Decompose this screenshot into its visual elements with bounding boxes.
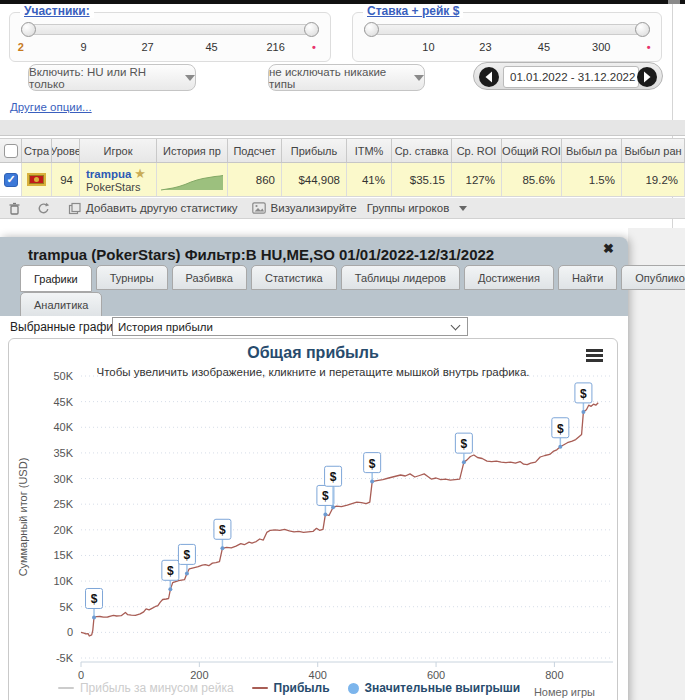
y-tick-label: 20K <box>53 524 73 536</box>
participants-link[interactable]: Участники: <box>20 4 94 18</box>
graph-select[interactable]: История прибыли <box>112 317 468 336</box>
big-win-marker-label: $ <box>330 470 337 484</box>
browser-top-bar <box>0 0 685 4</box>
exclude-type-dropdown[interactable]: не исключать никакие типы <box>268 64 425 91</box>
scale-label: 9 <box>81 41 87 53</box>
delete-button[interactable] <box>8 202 21 215</box>
column-header-count[interactable]: Подсчет <box>228 139 282 162</box>
legend-label: Прибыль <box>274 681 330 695</box>
stake-rake-link[interactable]: Ставка + рейк $ <box>363 4 463 18</box>
profit-line <box>81 403 598 636</box>
big-win-point <box>370 480 374 484</box>
chevron-down-icon <box>414 75 424 81</box>
graph-select-value: История прибыли <box>118 321 213 333</box>
chevron-down-icon <box>451 321 461 331</box>
date-next-button[interactable] <box>636 66 658 88</box>
column-header-itm[interactable]: ITM% <box>347 139 392 162</box>
scale-label: • <box>312 41 316 53</box>
refresh-icon <box>37 202 50 215</box>
y-tick-label: 25K <box>53 498 73 510</box>
visualize-button[interactable]: Визуализируйте <box>252 202 357 214</box>
legend-item[interactable]: Прибыль за минусом рейка <box>58 681 234 695</box>
big-win-point <box>581 410 585 414</box>
column-header-country[interactable]: Стра <box>22 139 52 162</box>
close-icon[interactable]: ✖ <box>603 241 614 256</box>
column-header-player[interactable]: Игрок <box>80 139 157 162</box>
y-tick-label: -5K <box>56 652 74 664</box>
chart-canvas: 50K45K40K35K30K25K20K15K10K5K0-5K0200400… <box>9 339 619 700</box>
big-win-point <box>323 512 327 516</box>
include-type-dropdown[interactable]: Включить: HU или RH только <box>28 64 196 91</box>
total-roi-cell: 85.6% <box>502 163 562 196</box>
tab-graphs[interactable]: Графики <box>20 265 92 292</box>
tab-statistics[interactable]: Статистика <box>251 265 337 290</box>
column-header-avg-roi[interactable]: Ср. ROI <box>452 139 502 162</box>
big-win-marker-label: $ <box>219 523 226 537</box>
big-win-point <box>168 587 172 591</box>
add-stat-label: Добавить другую статистику <box>86 202 238 214</box>
column-header-avg-stake[interactable]: Ср. ставка <box>392 139 452 162</box>
profit-chart[interactable]: 50K45K40K35K30K25K20K15K10K5K0-5K0200400… <box>8 338 618 700</box>
stake-scale: 10 23 45 300 • <box>353 41 661 55</box>
column-header-bust-early-2[interactable]: Выбыл ран <box>622 139 685 162</box>
player-groups-label: Группы игроков <box>367 202 450 214</box>
legend-swatch <box>252 687 268 689</box>
player-groups-dropdown[interactable]: Группы игроков <box>367 202 468 214</box>
participants-slider[interactable] <box>21 24 319 35</box>
date-prev-button[interactable] <box>478 66 500 88</box>
table-toolbar: Добавить другую статистику Визуализируйт… <box>0 198 685 219</box>
tab-breakdown[interactable]: Разбивка <box>172 265 247 290</box>
x-tick-label: 400 <box>309 669 327 681</box>
tab-tournaments[interactable]: Турниры <box>96 265 168 290</box>
profit-history-sparkline <box>159 169 225 191</box>
tab-analytics[interactable]: Аналитика <box>20 292 102 317</box>
add-stat-button[interactable]: Добавить другую статистику <box>68 202 238 215</box>
y-tick-label: 35K <box>53 447 73 459</box>
legend-swatch <box>348 683 359 694</box>
star-icon[interactable]: ★ <box>134 166 146 181</box>
participants-slider-min-handle[interactable] <box>21 22 36 37</box>
column-header-bust-early-1[interactable]: Выбыл ра <box>562 139 622 162</box>
chevron-down-icon <box>459 206 467 211</box>
x-tick-label: 600 <box>427 669 445 681</box>
column-header-history[interactable]: История пр <box>157 139 228 162</box>
column-header-total-roi[interactable]: Общий ROI <box>502 139 562 162</box>
tab-find[interactable]: Найти <box>558 265 617 290</box>
popup-backdrop <box>628 228 685 700</box>
stake-slider[interactable] <box>364 24 650 35</box>
row-checkbox[interactable] <box>4 173 18 187</box>
date-range-input[interactable] <box>503 66 639 88</box>
stake-slider-min-handle[interactable] <box>364 22 379 37</box>
scale-label: 45 <box>205 41 217 53</box>
image-icon <box>252 202 266 214</box>
player-details-popup: trampua (PokerStars) Фильтр:B HU,ME,SO 0… <box>0 237 628 700</box>
chart-menu-icon[interactable] <box>586 349 603 364</box>
scale-label: 45 <box>538 41 550 53</box>
big-win-marker-label: $ <box>461 437 468 451</box>
refresh-button[interactable] <box>37 202 50 215</box>
legend-item[interactable]: Значительные выигрыши <box>348 681 521 695</box>
big-win-marker-label: $ <box>167 564 174 578</box>
big-win-point <box>558 445 562 449</box>
big-win-point <box>185 571 189 575</box>
scale-label: 23 <box>479 41 491 53</box>
big-win-point <box>331 505 335 509</box>
participants-slider-max-handle[interactable] <box>304 22 319 37</box>
results-table: Стра Урове Игрок История пр Подсчет Приб… <box>0 138 685 197</box>
browser-top-bar-notch <box>668 0 680 4</box>
player-name-link[interactable]: trampua <box>86 168 131 180</box>
tab-publish[interactable]: Опубликовать <box>621 265 685 290</box>
popup-title: trampua (PokerStars) Фильтр:B HU,ME,SO 0… <box>28 246 494 263</box>
legend-item[interactable]: Прибыль <box>252 681 330 695</box>
date-range-control <box>473 62 663 90</box>
select-all-checkbox[interactable] <box>4 144 18 158</box>
stake-slider-max-handle[interactable] <box>635 22 650 37</box>
column-header-profit[interactable]: Прибыль <box>282 139 347 162</box>
big-win-point <box>462 460 466 464</box>
other-options-link[interactable]: Другие опции... <box>10 101 92 113</box>
table-row: 94 trampua ★ PokerStars 860 $44,908 41% … <box>0 163 685 197</box>
column-header-level[interactable]: Урове <box>52 139 80 162</box>
tab-achievements[interactable]: Достижения <box>464 265 554 290</box>
tab-leaderboards[interactable]: Таблицы лидеров <box>341 265 460 290</box>
table-header-row: Стра Урове Игрок История пр Подсчет Приб… <box>0 138 685 163</box>
